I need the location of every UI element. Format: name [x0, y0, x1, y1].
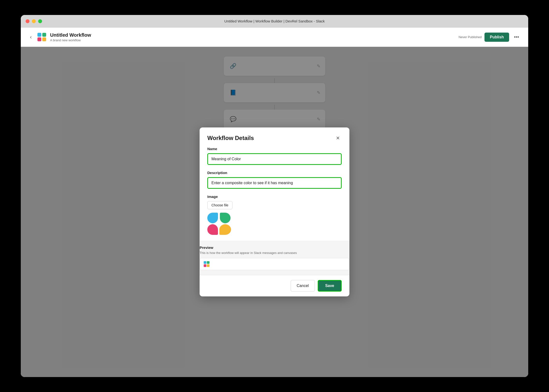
description-form-group: Description	[207, 171, 342, 189]
window-title: Untitled Workflow | Workflow Builder | D…	[224, 19, 325, 23]
preview-section: Preview This is how the workflow will ap…	[200, 241, 349, 275]
blob-blue	[207, 213, 218, 223]
preview-dot-1	[204, 261, 206, 264]
name-form-group: Name	[207, 147, 342, 165]
description-input[interactable]	[207, 177, 342, 189]
modal-footer: Cancel Save	[200, 275, 349, 296]
icon-dot-1	[37, 33, 41, 37]
publish-button[interactable]: Publish	[484, 33, 509, 42]
save-button[interactable]: Save	[318, 280, 342, 292]
title-bar: Untitled Workflow | Workflow Builder | D…	[21, 15, 528, 28]
app-content: ‹ Untitled Workflow A brand new workflow…	[21, 28, 528, 377]
icon-dot-2	[42, 33, 46, 37]
workflow-name: Untitled Workflow	[50, 32, 455, 38]
blob-pink	[207, 224, 218, 235]
workflow-subtitle: A brand new workflow	[50, 38, 455, 42]
main-area: 🔗 ✎ 📘 ✎ 💬 ✎ 🎨 ✎	[21, 47, 528, 377]
preview-description: This is how the workflow will appear in …	[200, 251, 349, 255]
preview-dot-4	[207, 264, 209, 267]
cancel-button[interactable]: Cancel	[291, 280, 315, 292]
maximize-window-button[interactable]	[38, 19, 42, 23]
description-label: Description	[207, 171, 342, 175]
close-window-button[interactable]	[26, 19, 29, 23]
preview-card	[200, 258, 349, 270]
preview-dot-3	[204, 264, 206, 267]
minimize-window-button[interactable]	[32, 19, 36, 23]
modal-overlay: Workflow Details ✕ Name Description	[21, 47, 528, 377]
image-form-group: Image Choose file	[207, 195, 342, 235]
preview-icon	[204, 261, 209, 267]
mac-window: Untitled Workflow | Workflow Builder | D…	[21, 15, 528, 377]
icon-dot-3	[37, 37, 41, 41]
choose-file-button[interactable]: Choose file	[207, 201, 232, 209]
name-input[interactable]	[207, 153, 342, 165]
more-options-button[interactable]: •••	[512, 33, 521, 41]
preview-label: Preview	[200, 245, 349, 250]
modal-close-button[interactable]: ✕	[334, 134, 342, 142]
publish-status: Never Published	[459, 35, 482, 39]
preview-dot-2	[207, 261, 209, 264]
workflow-info: Untitled Workflow A brand new workflow	[50, 32, 455, 42]
name-label: Name	[207, 147, 342, 151]
modal-header: Workflow Details ✕	[200, 127, 349, 147]
back-button[interactable]: ‹	[28, 33, 34, 41]
workflow-details-modal: Workflow Details ✕ Name Description	[200, 127, 349, 296]
modal-title: Workflow Details	[207, 135, 254, 141]
header-actions: Never Published Publish •••	[459, 33, 521, 42]
icon-dot-4	[42, 37, 46, 41]
blob-green	[220, 213, 231, 223]
image-label: Image	[207, 195, 342, 199]
blob-yellow	[219, 224, 231, 235]
modal-body: Name Description Image Choose f	[200, 147, 349, 241]
workflow-icon	[37, 33, 46, 42]
color-image-grid	[207, 213, 231, 235]
window-controls	[26, 19, 42, 23]
app-header: ‹ Untitled Workflow A brand new workflow…	[21, 28, 528, 47]
